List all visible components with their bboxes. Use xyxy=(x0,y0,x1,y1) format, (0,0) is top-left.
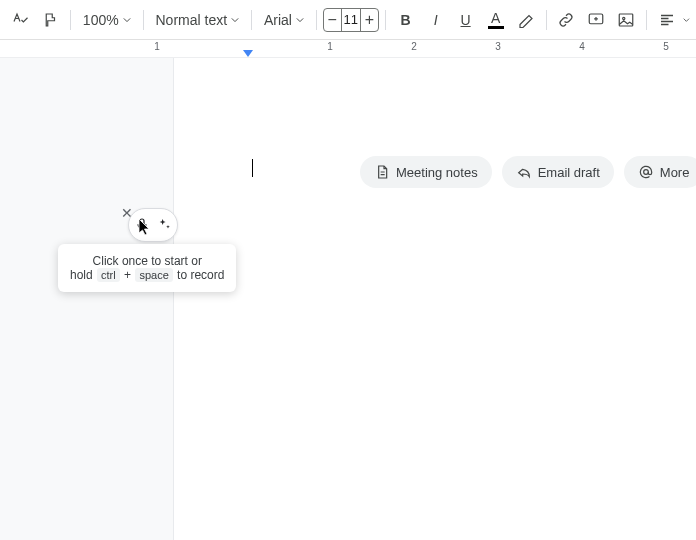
chip-label: Meeting notes xyxy=(396,165,478,180)
close-icon[interactable]: ✕ xyxy=(120,206,134,220)
separator xyxy=(546,10,547,30)
font-label: Arial xyxy=(264,12,292,28)
separator xyxy=(646,10,647,30)
insert-link-button[interactable] xyxy=(552,6,580,34)
caret-down-icon[interactable] xyxy=(683,16,690,24)
text-color-letter: A xyxy=(491,11,500,25)
separator xyxy=(385,10,386,30)
text-color-button[interactable]: A xyxy=(482,6,510,34)
microphone-icon xyxy=(134,217,150,233)
chip-meeting-notes[interactable]: Meeting notes xyxy=(360,156,492,188)
voice-input-widget[interactable] xyxy=(128,208,178,242)
separator xyxy=(316,10,317,30)
ruler-track: 1 2 3 4 5 xyxy=(173,40,696,57)
spellcheck-button[interactable] xyxy=(6,6,34,34)
text-color-bar xyxy=(488,26,504,29)
svg-point-2 xyxy=(623,17,625,19)
font-size-group: − 11 + xyxy=(323,8,379,32)
chip-more[interactable]: More xyxy=(624,156,696,188)
styles-label: Normal text xyxy=(156,12,228,28)
caret-down-icon xyxy=(296,16,304,24)
document-page[interactable] xyxy=(173,58,696,540)
underline-button[interactable]: U xyxy=(452,6,480,34)
workspace: Meeting notes Email draft More ✕ Click o… xyxy=(0,58,696,540)
chip-email-draft[interactable]: Email draft xyxy=(502,156,614,188)
separator xyxy=(70,10,71,30)
add-comment-button[interactable] xyxy=(582,6,610,34)
ruler-label: 4 xyxy=(579,41,585,52)
ruler-label: 2 xyxy=(411,41,417,52)
suggestion-chips: Meeting notes Email draft More xyxy=(360,156,696,188)
align-button[interactable] xyxy=(653,6,681,34)
font-size-value[interactable]: 11 xyxy=(341,9,361,31)
svg-point-3 xyxy=(643,170,648,175)
bold-button[interactable]: B xyxy=(392,6,420,34)
chip-label: Email draft xyxy=(538,165,600,180)
document-icon xyxy=(374,164,390,180)
sparkle-icon xyxy=(156,217,172,233)
at-icon xyxy=(638,164,654,180)
kbd-space: space xyxy=(135,268,172,282)
caret-down-icon xyxy=(123,16,131,24)
zoom-dropdown[interactable]: 100% xyxy=(77,6,137,34)
increase-font-size-button[interactable]: + xyxy=(361,9,378,31)
ruler-label: 3 xyxy=(495,41,501,52)
decrease-font-size-button[interactable]: − xyxy=(324,9,341,31)
separator xyxy=(143,10,144,30)
text-cursor xyxy=(252,159,253,177)
highlight-button[interactable] xyxy=(512,6,540,34)
paint-format-button[interactable] xyxy=(36,6,64,34)
tooltip-line1: Click once to start or xyxy=(70,254,224,268)
ruler-label: 1 xyxy=(154,41,160,52)
svg-rect-4 xyxy=(140,219,144,226)
caret-down-icon xyxy=(231,16,239,24)
reply-icon xyxy=(516,164,532,180)
styles-dropdown[interactable]: Normal text xyxy=(150,6,246,34)
insert-image-button[interactable] xyxy=(612,6,640,34)
ruler-label: 5 xyxy=(663,41,669,52)
kbd-ctrl: ctrl xyxy=(97,268,120,282)
toolbar: 100% Normal text Arial − 11 + B I U A xyxy=(0,0,696,40)
zoom-value: 100% xyxy=(83,12,119,28)
ruler-label: 1 xyxy=(327,41,333,52)
italic-button[interactable]: I xyxy=(422,6,450,34)
ruler[interactable]: 1 1 2 3 4 5 xyxy=(0,40,696,58)
tooltip-line2: hold ctrl + space to record xyxy=(70,268,224,282)
voice-tooltip: Click once to start or hold ctrl + space… xyxy=(58,244,236,292)
svg-rect-1 xyxy=(620,14,634,26)
chip-label: More xyxy=(660,165,690,180)
separator xyxy=(251,10,252,30)
font-dropdown[interactable]: Arial xyxy=(258,6,310,34)
